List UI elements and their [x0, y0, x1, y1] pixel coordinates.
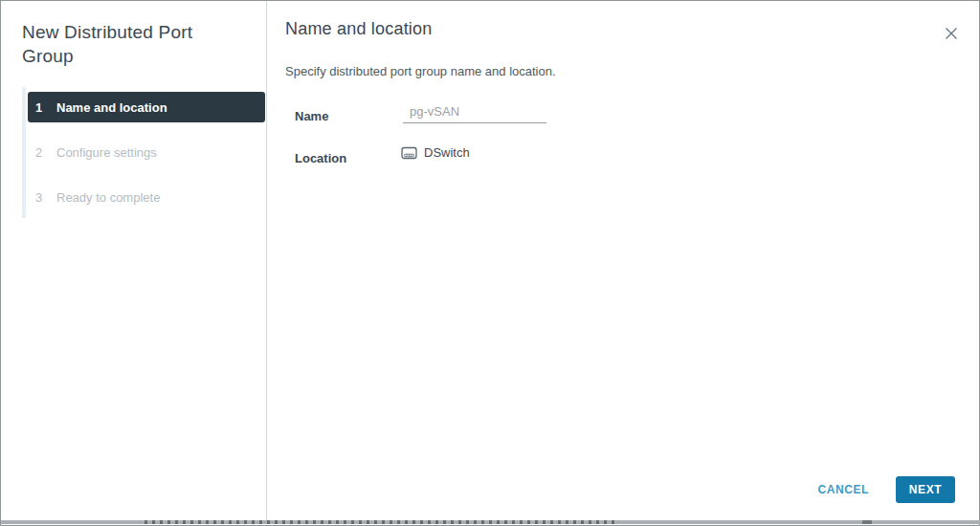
background-page-text-artifact: [862, 520, 872, 524]
name-input[interactable]: [403, 102, 546, 123]
background-page-text-artifact: [145, 520, 618, 524]
step-description: Specify distributed port group name and …: [285, 64, 556, 78]
wizard-step-ready-to-complete[interactable]: 3 Ready to complete: [28, 182, 265, 212]
page-title: Name and location: [285, 19, 433, 39]
step-label: Name and location: [49, 100, 167, 115]
step-label: Configure settings: [49, 145, 157, 160]
new-distributed-port-group-dialog: New Distributed Port Group 1 Name and lo…: [0, 0, 980, 526]
location-value: DSwitch: [401, 145, 470, 160]
close-button[interactable]: [942, 24, 961, 43]
step-number: 3: [28, 190, 49, 205]
step-label: Ready to complete: [49, 190, 160, 205]
wizard-step-name-and-location[interactable]: 1 Name and location: [28, 92, 265, 122]
location-text: DSwitch: [424, 145, 470, 160]
dialog-title: New Distributed Port Group: [22, 20, 247, 68]
dialog-footer: CANCEL NEXT: [815, 476, 955, 503]
background-page-edge: [1, 520, 980, 524]
sidebar-divider: [266, 1, 267, 520]
step-number: 2: [28, 145, 49, 160]
close-icon: [945, 27, 958, 40]
dswitch-icon: [401, 146, 417, 160]
wizard-sidebar: New Distributed Port Group 1 Name and lo…: [1, 1, 266, 520]
name-field-label: Name: [295, 109, 328, 123]
steps-progress-track: [22, 87, 26, 218]
wizard-step-configure-settings[interactable]: 2 Configure settings: [28, 137, 265, 167]
cancel-button[interactable]: CANCEL: [815, 477, 871, 502]
step-number: 1: [28, 100, 49, 115]
next-button[interactable]: NEXT: [896, 476, 955, 503]
location-field-label: Location: [295, 151, 346, 165]
